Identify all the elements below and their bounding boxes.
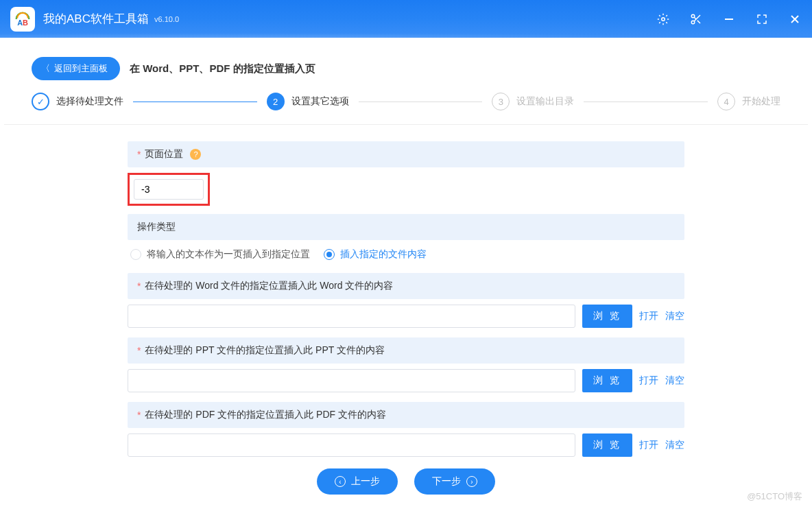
open-button[interactable]: 打开 <box>639 310 658 322</box>
titlebar: AB 我的ABC软件工具箱 v6.10.0 <box>0 0 812 38</box>
required-star-icon: * <box>137 345 141 356</box>
prev-button[interactable]: ‹ 上一步 <box>317 468 398 495</box>
ppt-file-section: *在待处理的 PPT 文件的指定位置插入此 PPT 文件的内容 浏 览 打开 清… <box>128 337 684 392</box>
operation-type-header: 操作类型 <box>128 214 684 240</box>
page-position-header: * 页面位置 ? <box>128 141 684 167</box>
radio-insert-file[interactable]: 插入指定的文件内容 <box>324 248 427 261</box>
pdf-file-section: *在待处理的 PDF 文件的指定位置插入此 PDF 文件的内容 浏 览 打开 清… <box>128 402 684 457</box>
app-logo-icon: AB <box>10 7 35 32</box>
radio-insert-text[interactable]: 将输入的文本作为一页插入到指定位置 <box>130 248 310 261</box>
step-line <box>133 102 257 102</box>
app-title: 我的ABC软件工具箱 <box>43 11 149 27</box>
chevron-left-icon: 〈 <box>41 62 50 75</box>
page-position-highlight <box>128 173 210 206</box>
ppt-file-input[interactable] <box>128 369 575 392</box>
required-star-icon: * <box>137 149 141 160</box>
browse-button[interactable]: 浏 览 <box>582 305 632 328</box>
clear-button[interactable]: 清空 <box>665 375 684 387</box>
back-button[interactable]: 〈 返回到主面板 <box>32 57 120 80</box>
next-button[interactable]: 下一步 › <box>414 468 495 495</box>
radio-icon <box>130 249 141 260</box>
maximize-icon[interactable] <box>755 12 769 26</box>
minimize-icon[interactable] <box>722 12 736 26</box>
help-icon[interactable]: ? <box>190 149 201 160</box>
page-title: 在 Word、PPT、PDF 的指定位置插入页 <box>130 62 315 75</box>
step-2[interactable]: 2 设置其它选项 <box>267 93 349 110</box>
browse-button[interactable]: 浏 览 <box>582 369 632 392</box>
arrow-left-icon: ‹ <box>335 476 346 487</box>
step-4[interactable]: 4 开始处理 <box>717 93 780 110</box>
settings-icon[interactable] <box>656 12 670 26</box>
svg-text:B: B <box>23 19 28 27</box>
svg-text:A: A <box>17 19 23 27</box>
required-star-icon: * <box>137 409 141 420</box>
required-star-icon: * <box>137 281 141 292</box>
close-icon[interactable] <box>788 12 802 26</box>
svg-point-2 <box>662 17 665 21</box>
stepper: ✓ 选择待处理文件 2 设置其它选项 3 设置输出目录 4 开始处理 <box>4 93 808 125</box>
open-button[interactable]: 打开 <box>639 439 658 451</box>
operation-type-options: 将输入的文本作为一页插入到指定位置 插入指定的文件内容 <box>128 240 684 269</box>
svg-line-6 <box>697 20 700 23</box>
step-line <box>584 102 708 102</box>
step-1[interactable]: ✓ 选择待处理文件 <box>32 93 123 110</box>
footer-nav: ‹ 上一步 下一步 › <box>4 468 808 495</box>
header-row: 〈 返回到主面板 在 Word、PPT、PDF 的指定位置插入页 <box>4 38 808 93</box>
arrow-right-icon: › <box>466 476 477 487</box>
clear-button[interactable]: 清空 <box>665 439 684 451</box>
svg-point-3 <box>691 14 695 18</box>
clear-button[interactable]: 清空 <box>665 310 684 322</box>
step-line <box>359 102 483 102</box>
pdf-file-input[interactable] <box>128 433 575 457</box>
watermark: @51CTO博客 <box>747 490 802 503</box>
page-position-input[interactable] <box>134 179 204 200</box>
radio-icon <box>324 249 335 260</box>
svg-point-4 <box>691 21 695 24</box>
main-panel: 〈 返回到主面板 在 Word、PPT、PDF 的指定位置插入页 ✓ 选择待处理… <box>4 38 808 507</box>
back-label: 返回到主面板 <box>54 62 108 75</box>
open-button[interactable]: 打开 <box>639 375 658 387</box>
browse-button[interactable]: 浏 览 <box>582 433 632 457</box>
window-controls <box>656 12 802 26</box>
scissors-icon[interactable] <box>689 12 703 26</box>
word-file-section: *在待处理的 Word 文件的指定位置插入此 Word 文件的内容 浏 览 打开… <box>128 273 684 328</box>
svg-line-7 <box>694 17 696 19</box>
word-file-input[interactable] <box>128 305 575 328</box>
app-version: v6.10.0 <box>154 15 179 23</box>
form-area: * 页面位置 ? 操作类型 将输入的文本作为一页插入到指定位置 插入指定的文件内… <box>4 125 808 457</box>
step-3[interactable]: 3 设置输出目录 <box>492 93 574 110</box>
check-icon: ✓ <box>32 93 49 110</box>
